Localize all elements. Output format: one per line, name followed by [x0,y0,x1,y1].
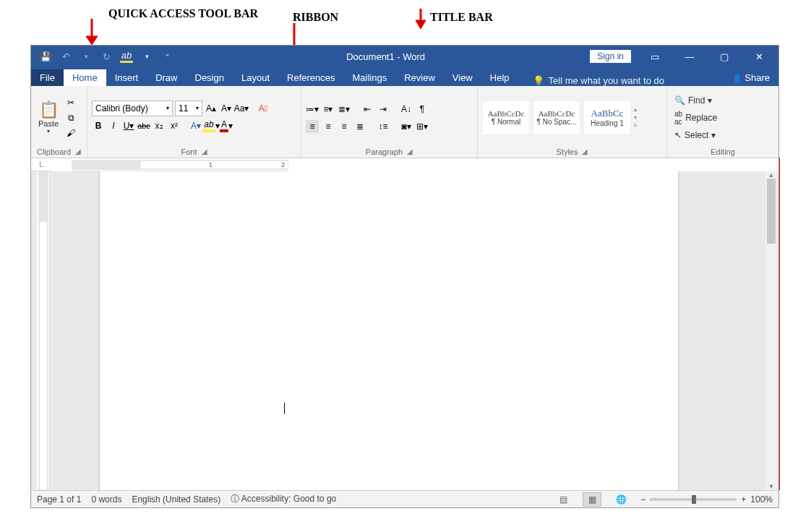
clipboard-launcher-icon[interactable]: ◢ [75,147,81,156]
word-count[interactable]: 0 words [91,494,121,505]
touch-mode-icon[interactable]: ab [119,49,134,64]
clipboard-group-label: Clipboard [37,147,71,156]
borders-icon[interactable]: ⊞▾ [416,120,429,133]
tab-layout[interactable]: Layout [233,69,278,86]
justify-icon[interactable]: ≣ [353,120,366,133]
cursor-icon: ↖ [674,130,682,140]
web-layout-view[interactable]: 🌐 [612,492,630,507]
zoom-out-button[interactable]: − [640,494,645,505]
svg-marker-1 [86,36,98,45]
page-count[interactable]: Page 1 of 1 [37,494,81,505]
find-button[interactable]: 🔍Find ▾ [671,94,774,107]
vertical-scrollbar[interactable]: ▲ ▼ [765,171,777,490]
style-heading1[interactable]: AaBbCcHeading 1 [583,100,631,135]
bullets-icon[interactable]: ≔▾ [306,103,319,116]
paragraph-group-label: Paragraph [366,147,403,156]
tab-view[interactable]: View [444,69,481,86]
tellme-search[interactable]: 💡 Tell me what you want to do [533,75,724,86]
language-status[interactable]: English (United States) [132,494,220,505]
replace-button[interactable]: abacReplace [671,108,774,127]
highlight-icon[interactable]: ab▾ [205,119,218,132]
scrollbar-thumb[interactable] [767,179,776,244]
cut-icon[interactable]: ✂ [64,96,77,109]
tab-design[interactable]: Design [186,69,233,86]
strike-button[interactable]: abc [137,119,150,132]
maximize-button[interactable]: ▢ [708,46,741,67]
font-name-select[interactable]: Calibri (Body)▾ [92,100,173,116]
decrease-font-icon[interactable]: A▾ [220,102,233,115]
group-editing: 🔍Find ▾ abacReplace ↖Select ▾ Editing [667,86,778,158]
window-title: Document1 - Word [346,51,425,62]
signin-button[interactable]: Sign in [590,50,631,63]
tab-review[interactable]: Review [395,69,444,86]
save-icon[interactable]: 💾 [38,49,53,64]
close-button[interactable]: ✕ [742,46,776,67]
document-page[interactable] [100,171,678,490]
increase-indent-icon[interactable]: ⇥ [377,103,390,116]
align-center-icon[interactable]: ≡ [322,120,335,133]
ribbon-display-icon[interactable]: ▭ [638,46,671,67]
qat-more-icon[interactable]: ⁼ [160,49,174,64]
font-launcher-icon[interactable]: ◢ [202,147,207,156]
zoom-in-button[interactable]: + [741,494,746,505]
share-label: Share [745,72,770,83]
zoom-level[interactable]: 100% [750,494,773,505]
qat-dropdown-icon[interactable]: ▾ [79,49,93,64]
text-effects-icon[interactable]: A▾ [189,119,202,132]
style-nospacing[interactable]: AaBbCcDc¶ No Spac... [533,100,580,135]
font-color-icon[interactable]: A▾ [220,119,233,132]
style-normal[interactable]: AaBbCcDc¶ Normal [482,100,530,135]
select-button[interactable]: ↖Select ▾ [671,129,774,142]
minimize-button[interactable]: — [673,46,706,67]
show-marks-icon[interactable]: ¶ [416,103,429,116]
titlebar: 💾 ↶ ▾ ↻ ab ▾ ⁼ Document1 - Word Sign in … [31,46,778,67]
qat-customize-icon[interactable]: ▾ [140,49,154,64]
share-button[interactable]: 👤 Share [724,69,778,86]
tab-insert[interactable]: Insert [106,69,147,86]
sort-icon[interactable]: A↓ [400,103,413,116]
status-bar: Page 1 of 1 0 words English (United Stat… [31,490,778,507]
subscript-button[interactable]: x₂ [153,119,166,132]
redo-icon[interactable]: ↻ [99,49,113,64]
group-clipboard: 📋 Paste ▾ ✂ ⧉ 🖌 Clipboard◢ [31,86,87,158]
styles-launcher-icon[interactable]: ◢ [582,147,588,156]
ruler-vertical[interactable] [37,171,50,490]
align-left-icon[interactable]: ≡ [306,120,319,133]
bold-button[interactable]: B [92,119,105,132]
tab-mailings[interactable]: Mailings [344,69,396,86]
scroll-down-icon[interactable]: ▼ [765,483,777,490]
change-case-icon[interactable]: Aa▾ [235,102,248,115]
numbering-icon[interactable]: ≡▾ [322,103,335,116]
zoom-thumb[interactable] [692,495,696,504]
undo-icon[interactable]: ↶ [59,49,73,64]
zoom-slider[interactable] [650,498,737,501]
accessibility-status[interactable]: ⓘ Accessibility: Good to go [231,493,336,505]
svg-rect-21 [72,160,141,169]
scroll-up-icon[interactable]: ▲ [765,171,777,179]
shading-icon[interactable]: ◙▾ [400,120,413,133]
tab-help[interactable]: Help [481,69,518,86]
italic-button[interactable]: I [107,119,120,132]
read-mode-view[interactable]: ▤ [554,492,572,507]
tab-file[interactable]: File [31,69,64,86]
superscript-button[interactable]: x² [168,119,181,132]
format-painter-icon[interactable]: 🖌 [64,126,77,140]
clear-format-icon[interactable]: A⃠ [257,102,270,115]
styles-more-icon[interactable]: ▴▾≡ [634,106,638,129]
print-layout-view[interactable]: ▦ [583,492,601,507]
line-spacing-icon[interactable]: ↕≡ [377,120,390,133]
increase-font-icon[interactable]: A▴ [205,102,218,115]
tab-draw[interactable]: Draw [147,69,186,86]
tab-home[interactable]: Home [64,69,106,86]
word-window: 💾 ↶ ▾ ↻ ab ▾ ⁼ Document1 - Word Sign in … [30,45,779,508]
paste-button[interactable]: 📋 Paste ▾ [35,99,61,136]
decrease-indent-icon[interactable]: ⇤ [361,103,374,116]
paragraph-launcher-icon[interactable]: ◢ [407,147,413,156]
copy-icon[interactable]: ⧉ [64,111,77,124]
tab-references[interactable]: References [278,69,343,86]
multilevel-icon[interactable]: ≣▾ [338,103,351,116]
font-size-select[interactable]: 11▾ [175,100,202,116]
align-right-icon[interactable]: ≡ [338,120,351,133]
ruler-horizontal[interactable]: 123 456 7 [72,158,288,171]
underline-button[interactable]: U▾ [122,119,135,132]
